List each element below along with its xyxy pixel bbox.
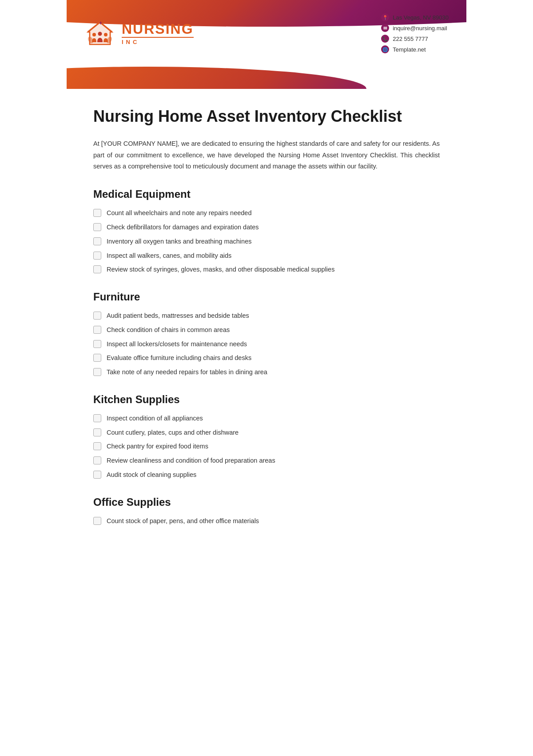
contact-email-row: ✉ inquire@nursing.mail (381, 24, 449, 32)
contact-info: 📍 Las Vegas, NV 89030 ✉ inquire@nursing.… (381, 13, 449, 53)
contact-web-row: 🌐 Template.net (381, 45, 449, 53)
checkbox[interactable] (93, 223, 101, 231)
checklist-item-text: Check defibrillators for damages and exp… (107, 223, 259, 232)
contact-phone-row: 📞 222 555 7777 (381, 35, 449, 43)
checkbox[interactable] (93, 368, 101, 376)
list-item: Inspect condition of all appliances (93, 414, 440, 424)
checkbox[interactable] (93, 209, 101, 217)
section-title-kitchen-supplies: Kitchen Supplies (93, 393, 440, 406)
contact-email: inquire@nursing.mail (393, 25, 447, 32)
list-item: Review stock of syringes, gloves, masks,… (93, 265, 440, 275)
section-title-office-supplies: Office Supplies (93, 496, 440, 508)
checklist-item-text: Inspect all walkers, canes, and mobility… (107, 251, 231, 261)
checkbox[interactable] (93, 517, 101, 525)
list-item: Count all wheelchairs and note any repai… (93, 208, 440, 218)
checklist-medical-equipment: Count all wheelchairs and note any repai… (93, 208, 440, 275)
checklist-item-text: Take note of any needed repairs for tabl… (107, 368, 267, 377)
svg-point-5 (104, 33, 107, 36)
contact-address: Las Vegas, NV 89030 (393, 14, 449, 21)
list-item: Take note of any needed repairs for tabl… (93, 368, 440, 377)
checklist-item-text: Count all wheelchairs and note any repai… (107, 208, 251, 218)
list-item: Check condition of chairs in common area… (93, 325, 440, 335)
main-content: Nursing Home Asset Inventory Checklist A… (67, 89, 466, 568)
list-item: Check defibrillators for damages and exp… (93, 223, 440, 232)
checklist-item-text: Inspect condition of all appliances (107, 414, 203, 424)
svg-point-4 (98, 32, 102, 36)
intro-paragraph: At [YOUR COMPANY NAME], we are dedicated… (93, 138, 440, 172)
header: + NURSING INC 📍 (67, 0, 466, 89)
checklist-item-text: Review cleanliness and condition of food… (107, 456, 275, 466)
logo-icon: + (84, 18, 115, 49)
phone-icon: 📞 (381, 35, 389, 43)
checkbox[interactable] (93, 312, 101, 320)
section-title-medical-equipment: Medical Equipment (93, 188, 440, 200)
list-item: Inspect all lockers/closets for maintena… (93, 340, 440, 349)
logo-name: NURSING (122, 22, 194, 36)
checklist-item-text: Review stock of syringes, gloves, masks,… (107, 265, 334, 275)
checklist-kitchen-supplies: Inspect condition of all appliancesCount… (93, 414, 440, 480)
section-office-supplies: Office SuppliesCount stock of paper, pen… (93, 496, 440, 526)
checklist-item-text: Count cutlery, plates, cups and other di… (107, 428, 239, 438)
contact-phone: 222 555 7777 (393, 36, 428, 42)
contact-website: Template.net (393, 46, 426, 53)
list-item: Inspect all walkers, canes, and mobility… (93, 251, 440, 261)
checkbox[interactable] (93, 414, 101, 422)
checkbox[interactable] (93, 252, 101, 260)
list-item: Count cutlery, plates, cups and other di… (93, 428, 440, 438)
contact-address-row: 📍 Las Vegas, NV 89030 (381, 13, 449, 21)
list-item: Count stock of paper, pens, and other of… (93, 516, 440, 526)
page-title: Nursing Home Asset Inventory Checklist (93, 107, 440, 126)
checklist-item-text: Audit patient beds, mattresses and bedsi… (107, 311, 249, 321)
checkbox[interactable] (93, 354, 101, 362)
list-item: Audit patient beds, mattresses and bedsi… (93, 311, 440, 321)
svg-text:+: + (99, 20, 102, 26)
logo-area: + NURSING INC (84, 18, 194, 49)
section-title-furniture: Furniture (93, 291, 440, 303)
checklist-item-text: Inventory all oxygen tanks and breathing… (107, 237, 251, 247)
checklist-item-text: Audit stock of cleaning supplies (107, 470, 196, 480)
email-icon: ✉ (381, 24, 389, 32)
logo-inc: INC (122, 37, 194, 45)
checkbox[interactable] (93, 340, 101, 348)
checkbox[interactable] (93, 456, 101, 464)
header-content: + NURSING INC 📍 (67, 0, 466, 62)
svg-point-3 (92, 33, 96, 36)
list-item: Audit stock of cleaning supplies (93, 470, 440, 480)
list-item: Check pantry for expired food items (93, 442, 440, 452)
checkbox[interactable] (93, 326, 101, 334)
section-kitchen-supplies: Kitchen SuppliesInspect condition of all… (93, 393, 440, 480)
checklist-office-supplies: Count stock of paper, pens, and other of… (93, 516, 440, 526)
checkbox[interactable] (93, 442, 101, 450)
section-furniture: FurnitureAudit patient beds, mattresses … (93, 291, 440, 377)
list-item: Evaluate office furniture including chai… (93, 353, 440, 363)
checklist-item-text: Check condition of chairs in common area… (107, 325, 230, 335)
checkbox[interactable] (93, 237, 101, 245)
checkbox[interactable] (93, 265, 101, 273)
list-item: Inventory all oxygen tanks and breathing… (93, 237, 440, 247)
checkbox[interactable] (93, 428, 101, 436)
checklist-furniture: Audit patient beds, mattresses and bedsi… (93, 311, 440, 377)
checklist-item-text: Inspect all lockers/closets for maintena… (107, 340, 247, 349)
checklist-item-text: Check pantry for expired food items (107, 442, 208, 452)
section-medical-equipment: Medical EquipmentCount all wheelchairs a… (93, 188, 440, 275)
header-wave-bottom (67, 67, 466, 89)
sections-container: Medical EquipmentCount all wheelchairs a… (93, 188, 440, 526)
location-icon: 📍 (381, 13, 389, 21)
web-icon: 🌐 (381, 45, 389, 53)
checklist-item-text: Count stock of paper, pens, and other of… (107, 516, 259, 526)
checklist-item-text: Evaluate office furniture including chai… (107, 353, 251, 363)
checkbox[interactable] (93, 471, 101, 479)
list-item: Review cleanliness and condition of food… (93, 456, 440, 466)
logo-text: NURSING INC (122, 22, 194, 45)
